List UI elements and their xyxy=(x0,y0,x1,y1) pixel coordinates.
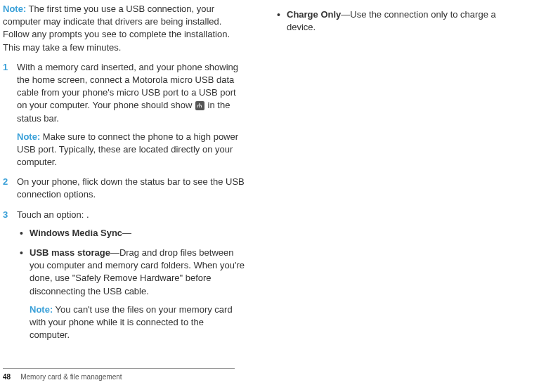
note-label: Note: xyxy=(30,304,53,315)
options-list: Windows Media Sync— USB mass storage—Dra… xyxy=(17,227,246,342)
step-text: Touch an option: . xyxy=(17,209,89,220)
note-label: Note: xyxy=(3,4,26,14)
page: Note: The first time you use a USB conne… xyxy=(0,0,546,348)
usb-icon xyxy=(195,101,204,110)
right-column: Charge Only—Use the connection only to c… xyxy=(260,3,534,348)
step-number: 3 xyxy=(3,209,8,221)
left-column: Note: The first time you use a USB conne… xyxy=(0,3,260,348)
note-text: You can't use the files on your memory c… xyxy=(30,304,233,340)
note-text: Make sure to connect the phone to a high… xyxy=(17,131,238,167)
page-number: 48 xyxy=(3,373,11,381)
option-usb-mass-storage: USB mass storage—Drag and drop files bet… xyxy=(17,247,246,341)
step-1-note: Note: Make sure to connect the phone to … xyxy=(17,131,246,169)
options-list-continued: Charge Only—Use the connection only to c… xyxy=(274,8,527,34)
step-number: 1 xyxy=(3,61,8,74)
steps-list: 1 With a memory card inserted, and your … xyxy=(3,61,246,342)
section-title: Memory card & file management xyxy=(20,373,122,381)
option-charge-only: Charge Only—Use the connection only to c… xyxy=(274,8,527,34)
step-3: 3 Touch an option: . Windows Media Sync—… xyxy=(3,209,246,342)
option-title: USB mass storage xyxy=(30,247,110,258)
option-tail: — xyxy=(122,228,131,238)
note-label: Note: xyxy=(17,131,40,142)
intro-note-text: The first time you use a USB connection,… xyxy=(3,4,230,53)
step-number: 2 xyxy=(3,176,8,188)
intro-note: Note: The first time you use a USB conne… xyxy=(3,3,246,54)
page-footer: 48Memory card & file management xyxy=(3,368,235,382)
step-2: 2 On your phone, flick down the status b… xyxy=(3,176,246,201)
option-note: Note: You can't use the files on your me… xyxy=(30,303,246,342)
step-1: 1 With a memory card inserted, and your … xyxy=(3,61,246,169)
option-windows-media-sync: Windows Media Sync— xyxy=(17,227,246,240)
option-title: Windows Media Sync xyxy=(30,228,122,238)
step-text: On your phone, flick down the status bar… xyxy=(17,176,245,200)
option-title: Charge Only xyxy=(287,9,341,20)
